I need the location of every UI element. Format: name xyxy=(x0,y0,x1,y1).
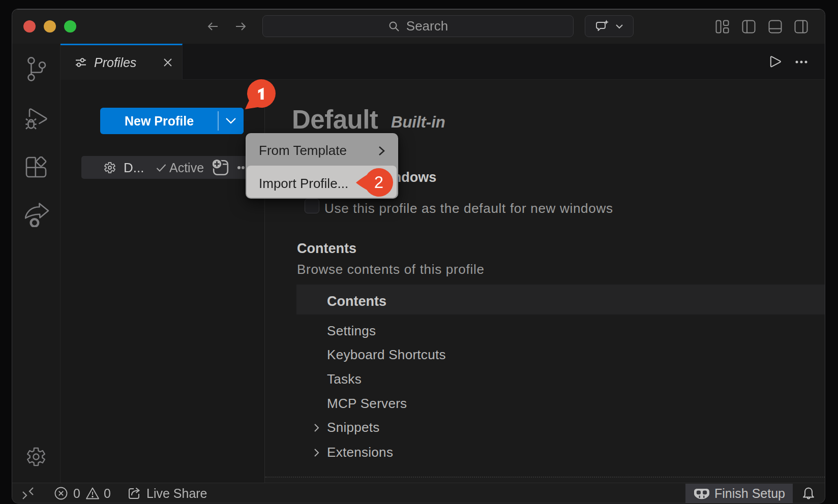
svg-text:2: 2 xyxy=(374,173,383,192)
